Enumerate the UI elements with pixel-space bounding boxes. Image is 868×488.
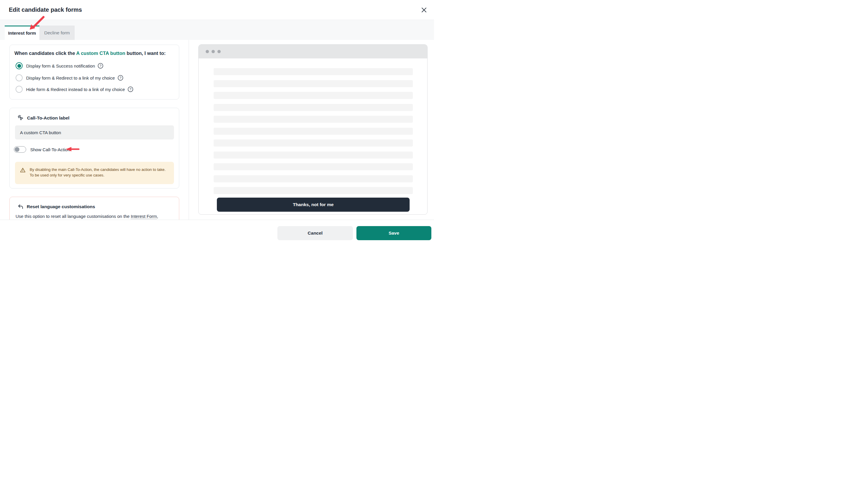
radio-button-icon[interactable]: [16, 62, 23, 69]
warning-triangle-icon: [20, 167, 26, 174]
radio-label: Hide form & Redirect instead to a link o…: [26, 87, 125, 92]
modal-content: When candidates click the A custom CTA b…: [0, 40, 434, 220]
radio-display-form-success[interactable]: Display form & Success notification ?: [16, 62, 103, 69]
browser-dot-icon: [217, 50, 221, 53]
reset-body-prefix: Use this option to reset all language cu…: [16, 214, 131, 219]
modal-title: Edit candidate pack forms: [9, 6, 82, 13]
modal-header: Edit candidate pack forms: [0, 0, 434, 20]
browser-dots-icon: [206, 50, 221, 53]
edit-candidate-pack-forms-modal: Edit candidate pack forms Interest form …: [0, 0, 434, 244]
close-icon: [422, 7, 427, 12]
skeleton-bar: [214, 68, 413, 75]
skeleton-bar: [214, 139, 413, 147]
decline-cta-preview-label: Thanks, not for me: [293, 202, 334, 207]
tab-bar: Interest form Decline form: [0, 20, 434, 40]
cta-label-input-value: A custom CTA button: [20, 130, 61, 135]
skeleton-bar: [214, 152, 413, 159]
cta-label-heading: Call-To-Action label: [27, 116, 69, 121]
cta-behavior-card: When candidates click the A custom CTA b…: [9, 45, 179, 100]
cta-behavior-heading: When candidates click the A custom CTA b…: [14, 50, 176, 56]
heading-prefix: When candidates click the: [14, 51, 76, 56]
browser-dot-icon: [206, 50, 209, 53]
close-button[interactable]: [421, 6, 428, 13]
skeleton-bar: [214, 163, 413, 170]
browser-dot-icon: [212, 50, 215, 53]
save-button[interactable]: Save: [356, 226, 431, 240]
candidate-pack-preview: Thanks, not for me: [198, 44, 428, 215]
radio-label: Display form & Redirect to a link of my …: [26, 75, 115, 80]
reset-language-description: Use this option to reset all language cu…: [16, 213, 174, 220]
reset-language-header: Reset language customisations: [17, 203, 95, 210]
decline-cta-preview-button[interactable]: Thanks, not for me: [217, 198, 410, 212]
warning-text: By disabling the main Call-To-Action, th…: [30, 167, 168, 178]
cta-warning-banner: By disabling the main Call-To-Action, th…: [15, 162, 174, 184]
pane-divider: [189, 40, 189, 220]
toggle-knob: [15, 147, 20, 152]
warning-line-1: By disabling the main Call-To-Action, th…: [30, 167, 168, 172]
svg-text:?: ?: [120, 76, 121, 79]
radio-button-icon[interactable]: [16, 74, 23, 82]
cta-label-card: Call-To-Action label A custom CTA button…: [9, 108, 179, 189]
tab-interest-form-label: Interest form: [8, 31, 36, 36]
heading-cta-link: A custom CTA button: [76, 51, 125, 56]
skeleton-bar: [214, 104, 413, 111]
cta-label-input[interactable]: A custom CTA button: [15, 125, 174, 139]
skeleton-bar: [214, 128, 413, 135]
skeleton-bar: [214, 80, 413, 87]
show-cta-toggle-label: Show Call-To-Action: [30, 147, 70, 152]
skeleton-bar: [214, 92, 413, 99]
interest-form-term: Interest Form: [131, 214, 157, 219]
cursor-click-icon: [17, 115, 24, 121]
warning-line-2: To be used only for very specific use ca…: [30, 172, 168, 178]
skeleton-bar: [214, 187, 413, 194]
help-icon[interactable]: ?: [127, 86, 133, 92]
tab-decline-form[interactable]: Decline form: [39, 26, 74, 40]
reset-language-card: Reset language customisations Use this o…: [9, 197, 179, 220]
radio-button-icon[interactable]: [16, 86, 23, 93]
cancel-button[interactable]: Cancel: [277, 226, 353, 240]
radio-label: Display form & Success notification: [26, 63, 95, 68]
heading-suffix: button, I want to:: [125, 51, 165, 56]
cta-label-header: Call-To-Action label: [17, 115, 69, 121]
tab-interest-form[interactable]: Interest form: [5, 26, 39, 40]
undo-icon: [17, 203, 24, 210]
modal-footer: Cancel Save: [0, 220, 434, 244]
svg-text:?: ?: [100, 64, 101, 68]
show-cta-toggle[interactable]: [14, 146, 26, 153]
tab-decline-form-label: Decline form: [44, 30, 70, 35]
skeleton-bar: [214, 175, 413, 182]
radio-hide-form-redirect[interactable]: Hide form & Redirect instead to a link o…: [16, 86, 133, 93]
browser-chrome-bar: [198, 45, 427, 58]
show-cta-toggle-row: Show Call-To-Action: [14, 146, 70, 153]
reset-language-heading: Reset language customisations: [27, 204, 95, 209]
svg-text:?: ?: [130, 88, 131, 91]
skeleton-bar: [214, 116, 413, 123]
help-icon[interactable]: ?: [118, 75, 123, 81]
help-icon[interactable]: ?: [98, 63, 103, 69]
radio-display-form-redirect[interactable]: Display form & Redirect to a link of my …: [16, 74, 123, 82]
